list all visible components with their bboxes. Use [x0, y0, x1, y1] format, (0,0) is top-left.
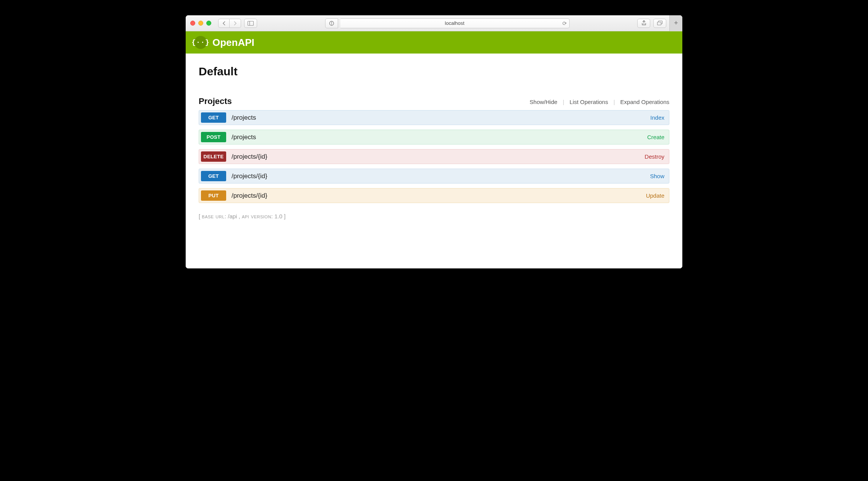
refresh-icon[interactable]: ⟳ [562, 20, 567, 26]
api-version-value: 1.0 [274, 213, 282, 219]
section-header: Projects Show/Hide | List Operations | E… [199, 96, 669, 106]
brand-name: OpenAPI [212, 37, 254, 49]
operation-row[interactable]: DELETE/projects/{id}Destroy [199, 149, 669, 164]
section-title[interactable]: Projects [199, 96, 232, 106]
browser-window: localhost ⟳ + {··} OpenAPI Default Proje… [186, 15, 682, 268]
sidebar-icon [248, 21, 254, 26]
zoom-icon[interactable] [206, 21, 211, 26]
http-method-badge[interactable]: POST [201, 132, 226, 142]
api-footer: [ base url: /api , api version: 1.0 ] [199, 213, 669, 219]
operation-path[interactable]: /projects/{id} [232, 172, 267, 180]
http-method-badge[interactable]: GET [201, 112, 226, 123]
new-tab-button[interactable]: + [669, 15, 682, 31]
operation-path[interactable]: /projects/{id} [232, 192, 267, 200]
api-version-label: api version [242, 213, 271, 219]
titlebar: localhost ⟳ + [186, 15, 682, 31]
separator: | [563, 99, 564, 105]
chevron-left-icon [222, 21, 226, 26]
svg-rect-6 [657, 22, 661, 25]
share-button[interactable] [637, 19, 650, 28]
minimize-icon[interactable] [198, 21, 203, 26]
content-area: Default Projects Show/Hide | List Operat… [186, 54, 682, 235]
http-method-badge[interactable]: DELETE [201, 151, 226, 162]
tabs-button[interactable] [653, 19, 666, 28]
svg-point-4 [331, 24, 332, 25]
brand-bar: {··} OpenAPI [186, 31, 682, 54]
svg-rect-0 [248, 21, 254, 25]
list-operations-link[interactable]: List Operations [570, 99, 608, 105]
operation-path[interactable]: /projects [232, 114, 256, 122]
operation-row[interactable]: PUT/projects/{id}Update [199, 188, 669, 203]
operation-action[interactable]: Show [650, 173, 664, 179]
forward-button[interactable] [230, 19, 241, 28]
http-method-badge[interactable]: PUT [201, 190, 226, 201]
toolbar-right: + [637, 15, 678, 31]
window-controls [190, 21, 211, 26]
sidebar-toggle-button[interactable] [244, 19, 257, 28]
back-button[interactable] [218, 19, 230, 28]
brand-logo-icon: {··} [194, 36, 207, 49]
reader-icon [329, 21, 334, 26]
operation-row[interactable]: POST/projectsCreate [199, 130, 669, 145]
operations-list: GET/projectsIndexPOST/projectsCreateDELE… [199, 110, 669, 203]
operation-path[interactable]: /projects/{id} [232, 153, 267, 161]
operation-row[interactable]: GET/projectsIndex [199, 110, 669, 125]
address-text: localhost [445, 20, 464, 26]
share-icon [641, 20, 646, 26]
operation-action[interactable]: Index [650, 114, 664, 121]
page-title: Default [199, 65, 669, 78]
address-bar[interactable]: localhost ⟳ [340, 18, 570, 28]
nav-buttons [218, 19, 241, 28]
base-url-value: /api [228, 213, 237, 219]
operation-row[interactable]: GET/projects/{id}Show [199, 169, 669, 184]
page-content: {··} OpenAPI Default Projects Show/Hide … [186, 31, 682, 268]
operation-path[interactable]: /projects [232, 133, 256, 141]
base-url-label: base url [202, 213, 225, 219]
address-bar-wrap: localhost ⟳ [260, 18, 634, 28]
operation-action[interactable]: Destroy [645, 153, 664, 160]
separator: | [614, 99, 615, 105]
operation-action[interactable]: Update [646, 192, 664, 199]
show-hide-link[interactable]: Show/Hide [530, 99, 557, 105]
http-method-badge[interactable]: GET [201, 171, 226, 181]
tabs-icon [657, 21, 663, 26]
reader-button[interactable] [325, 18, 338, 28]
close-icon[interactable] [190, 21, 195, 26]
expand-operations-link[interactable]: Expand Operations [620, 99, 669, 105]
operation-action[interactable]: Create [647, 134, 664, 140]
section-links: Show/Hide | List Operations | Expand Ope… [530, 99, 669, 105]
chevron-right-icon [233, 21, 237, 26]
